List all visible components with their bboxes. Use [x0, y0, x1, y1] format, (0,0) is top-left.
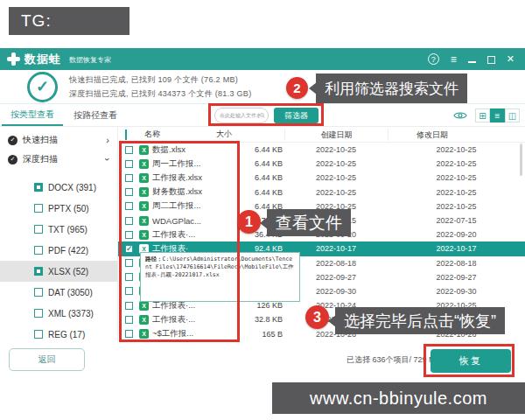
sidebar-file-type-item[interactable]: PPTX (50)	[0, 198, 117, 219]
sidebar-file-type-item[interactable]: PDF (422)	[0, 240, 117, 261]
column-header-size: 大小	[216, 129, 284, 140]
file-type-label: XLSX (52)	[48, 267, 88, 276]
annotation-step-1-badge: 1	[237, 210, 261, 234]
grid-view-icon[interactable]: ⊞	[475, 108, 490, 122]
file-type-checkbox[interactable]	[34, 267, 43, 276]
file-type-checkbox[interactable]	[34, 330, 43, 339]
file-type-label: PDF (422)	[48, 246, 88, 256]
file-modified-date: 2022-09-30	[388, 287, 525, 296]
annotation-step-2-text: 利用筛选器搜索文件	[316, 74, 467, 103]
file-type-checkbox[interactable]	[34, 309, 43, 318]
file-type-label: REG (17)	[48, 330, 85, 340]
close-icon[interactable]: ✕	[507, 53, 514, 65]
file-modified-date: 2022-10-25	[388, 145, 525, 154]
scan-complete-check-icon: ✓	[27, 72, 58, 102]
back-button[interactable]: 返回	[9, 348, 85, 371]
annotation-box-recover	[424, 344, 514, 377]
chevron-right-icon[interactable]: ›	[106, 135, 109, 145]
file-type-checkbox[interactable]	[34, 204, 43, 213]
file-type-checkbox[interactable]	[34, 246, 43, 255]
file-type-label: XML (3373)	[48, 309, 94, 318]
sidebar-item-quick-scan[interactable]: ✓ 快速扫描 ›	[0, 130, 117, 150]
app-subtitle: 数据恢复专家	[69, 55, 111, 65]
file-modified-date: 2022-09-27	[388, 273, 525, 282]
file-created-date: 2022-10-25	[284, 173, 388, 182]
tg-contact-badge: TG: MYYJJPP	[9, 7, 130, 35]
file-modified-date: 2022-08-18	[388, 259, 525, 268]
list-view-icon[interactable]: ≡	[490, 108, 505, 122]
watermark: www.cn-bbinyule.com	[272, 382, 525, 414]
app-logo-icon	[7, 52, 20, 66]
file-created-date: 2022-10-25	[284, 145, 388, 154]
annotation-step-3-badge: 3	[305, 305, 329, 329]
select-all-checkbox[interactable]	[125, 130, 127, 140]
preview-eye-icon[interactable]	[453, 108, 467, 124]
column-header-name: 名称	[139, 129, 216, 140]
annotation-box-file-list	[119, 141, 240, 342]
file-modified-date: 2022-09-20	[388, 230, 525, 239]
tab-view-by-path[interactable]: 按路径查看	[65, 104, 126, 126]
minimize-icon[interactable]	[468, 52, 476, 67]
maximize-icon[interactable]	[487, 52, 495, 67]
file-type-checkbox[interactable]	[34, 183, 43, 192]
annotation-step-3-text: 选择完毕后点击“恢复”	[335, 307, 505, 334]
deep-scan-label: 深度扫描	[23, 153, 58, 165]
quick-scan-label: 快速扫描	[23, 134, 58, 146]
file-modified-date: 2022-07-15	[388, 216, 525, 225]
file-type-label: PPTX (50)	[48, 204, 89, 214]
column-view-icon[interactable]: ◫	[505, 108, 520, 122]
file-modified-date: 2022-10-25	[388, 202, 525, 211]
screenshot-root: TG: MYYJJPP 数据蛙 数据恢复专家 ? ≡ ✕ ✓ 快速扫描已完成, …	[0, 0, 525, 420]
table-scrollbar[interactable]	[520, 144, 522, 176]
sidebar-file-type-item[interactable]: TXT (965)	[0, 219, 117, 240]
sidebar: ✓ 快速扫描 › ✓ 深度扫描 › DOCX (391) PPTX (50) T…	[0, 127, 118, 341]
scan-done-check-icon: ✓	[8, 155, 18, 164]
file-modified-date: 2022-10-25	[388, 188, 525, 197]
file-type-checkbox[interactable]	[34, 288, 43, 297]
window-controls: ? ≡ ✕	[428, 52, 514, 67]
scan-done-check-icon: ✓	[8, 136, 18, 145]
quick-scan-status: 快速扫描已完成, 已找到 109 个文件 (76.2 MB)	[69, 73, 251, 87]
deep-scan-status: 深度扫描已完成, 已找到 434373 个文件 (81.3 GB)	[69, 87, 251, 101]
app-name: 数据蛙	[24, 52, 61, 67]
file-type-label: TXT (965)	[48, 225, 88, 234]
file-type-list: DOCX (391) PPTX (50) TXT (965) PDF (422)…	[0, 177, 117, 345]
file-modified-date: 2022-10-25	[388, 173, 525, 182]
view-toggle-group: ⊞ ≡ ◫	[475, 108, 520, 122]
file-created-date: 2022-10-25	[284, 188, 388, 197]
file-created-date: 2022-10-25	[284, 159, 388, 168]
file-modified-date: 2022-10-17	[388, 244, 525, 253]
sidebar-file-type-item[interactable]: XML (3373)	[0, 303, 117, 324]
file-modified-date: 2022-10-25	[388, 159, 525, 168]
file-type-label: DAT (3050)	[48, 288, 93, 298]
help-icon[interactable]: ?	[428, 53, 439, 65]
annotation-step-2-badge: 2	[286, 77, 308, 99]
file-type-checkbox[interactable]	[34, 225, 43, 234]
tab-view-by-type[interactable]: 按类型查看	[2, 104, 63, 126]
annotation-step-1-text: 查看文件	[267, 209, 351, 236]
sidebar-file-type-item[interactable]: XLSX (52)	[0, 261, 117, 282]
column-header-created: 创建日期	[284, 129, 388, 141]
title-bar: 数据蛙 数据恢复专家 ? ≡ ✕	[0, 48, 525, 70]
sidebar-item-deep-scan[interactable]: ✓ 深度扫描 ›	[0, 150, 117, 169]
sidebar-file-type-item[interactable]: DAT (3050)	[0, 282, 117, 303]
annotation-box-search	[208, 103, 324, 126]
menu-icon[interactable]: ≡	[451, 53, 457, 66]
file-type-label: DOCX (391)	[48, 183, 96, 192]
column-header-modified: 修改日期	[388, 129, 525, 141]
sidebar-file-type-item[interactable]: DOCX (391)	[0, 177, 117, 198]
chevron-down-icon[interactable]: ›	[102, 158, 113, 161]
